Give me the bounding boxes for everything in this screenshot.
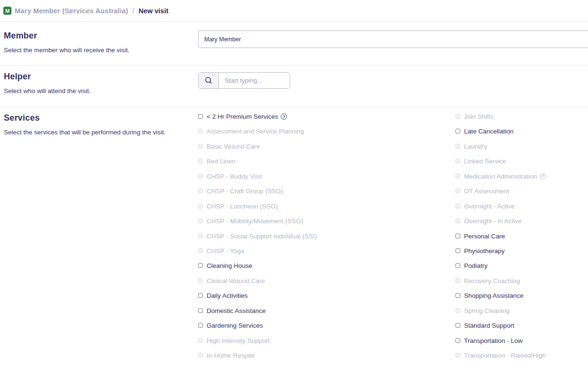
service-checkbox [455, 144, 460, 149]
service-row[interactable]: Daily Activities [198, 292, 455, 307]
service-row: Overnight - Active [455, 203, 588, 218]
service-checkbox[interactable] [455, 263, 460, 268]
service-row: Join Shifts [455, 113, 588, 128]
service-row: CHSP - Luncheon (SSG) [198, 203, 455, 218]
search-button[interactable] [199, 73, 219, 88]
service-row[interactable]: < 2 Hr Premium Services ? [198, 113, 455, 128]
service-row: Bed Linen [198, 158, 455, 172]
service-row[interactable]: Shopping Assistance [455, 292, 588, 307]
service-row[interactable]: Podiatry [455, 262, 588, 277]
service-label: Cleaning House [207, 262, 252, 269]
service-checkbox [198, 159, 203, 163]
service-row[interactable]: Domestic Assistance [198, 307, 455, 322]
service-label: Transportation - Raised/High [464, 352, 546, 359]
service-label: Medication Administration [464, 173, 537, 180]
service-label: CHSP - Yoga [207, 247, 244, 255]
member-section-title: Member [4, 31, 37, 41]
service-label: < 2 Hr Premium Services [207, 113, 278, 120]
service-label: Linked Service [464, 158, 506, 165]
service-checkbox[interactable] [455, 234, 460, 238]
service-checkbox [455, 353, 460, 358]
service-row: Assessment and Service Planning [198, 128, 455, 142]
service-row: Basic Wound Care [198, 143, 455, 158]
service-row[interactable]: Personal Care [455, 233, 588, 247]
service-checkbox[interactable] [455, 338, 460, 343]
service-row[interactable]: Gardening Services [198, 322, 455, 337]
service-row: Medication Administration ? [455, 173, 588, 188]
service-checkbox [455, 278, 460, 283]
service-checkbox[interactable] [455, 248, 460, 253]
service-row: OT Assessment [455, 188, 588, 202]
helper-section-title: Helper [4, 72, 31, 82]
help-icon[interactable]: ? [281, 114, 287, 120]
service-label: Standard Support [464, 322, 514, 329]
service-row: CHSP - Buddy Visit [198, 173, 455, 188]
breadcrumb-member-link[interactable]: Mary Member (Services Australia) [15, 7, 128, 15]
service-label: High Intensity Support [207, 337, 270, 344]
service-label: Personal Care [464, 233, 505, 240]
service-row[interactable]: Late Cancellation [455, 128, 588, 142]
service-checkbox [455, 114, 460, 119]
page-title: New visit [139, 7, 169, 15]
service-checkbox [198, 204, 203, 208]
help-icon[interactable]: ? [540, 173, 546, 180]
service-row[interactable]: Physiotherapy [455, 247, 588, 262]
service-checkbox [198, 174, 203, 179]
service-label: Physiotherapy [464, 247, 505, 255]
helper-services-divider [0, 107, 588, 107]
service-label: CHSP - Mobility/Movement (SSG) [207, 218, 303, 225]
service-label: Late Cancellation [464, 128, 513, 135]
service-row: Spring Cleaning [455, 307, 588, 322]
service-label: Laundry [464, 143, 487, 150]
service-checkbox[interactable] [455, 323, 460, 328]
service-label: Recovery Coaching [464, 277, 520, 284]
service-checkbox [198, 248, 203, 253]
service-row[interactable]: Cleaning House [198, 262, 455, 277]
service-checkbox[interactable] [198, 323, 203, 328]
service-row: Overnight - In Active [455, 218, 588, 232]
breadcrumb-separator: / [133, 7, 134, 15]
service-checkbox [455, 189, 460, 193]
helper-search-input[interactable] [219, 73, 290, 88]
service-label: Clinical Wound Care [207, 277, 265, 284]
service-checkbox[interactable] [198, 308, 203, 313]
service-row: CHSP - Social Support Individual (SSI) [198, 233, 455, 247]
helper-search [198, 72, 290, 89]
service-label: CHSP - Social Support Individual (SSI) [207, 233, 317, 240]
service-row: Laundry [455, 143, 588, 158]
service-row[interactable]: Transportation - Low [455, 337, 588, 352]
service-checkbox[interactable] [198, 263, 203, 268]
service-row: Linked Service [455, 158, 588, 172]
service-row: Clinical Wound Care [198, 277, 455, 292]
service-row: CHSP - Mobility/Movement (SSG) [198, 218, 455, 232]
service-checkbox [198, 353, 203, 358]
service-checkbox[interactable] [198, 114, 203, 119]
services-section-title: Services [4, 113, 40, 123]
member-section-description: Select the member who will receive the v… [4, 47, 130, 54]
service-row: CHSP - Craft Group (SSG) [198, 188, 455, 202]
member-input[interactable] [198, 30, 588, 48]
service-label: Podiatry [464, 262, 488, 269]
service-label: Assessment and Service Planning [207, 128, 304, 135]
service-checkbox [455, 159, 460, 163]
service-checkbox[interactable] [455, 129, 460, 133]
service-checkbox [198, 144, 203, 149]
service-row: High Intensity Support [198, 337, 455, 352]
service-checkbox [198, 189, 203, 193]
services-column-right: Join Shifts Late Cancellation Laundry Li… [455, 113, 588, 367]
service-row: Recovery Coaching [455, 277, 588, 292]
service-row: CHSP - Yoga [198, 247, 455, 262]
service-label: CHSP - Craft Group (SSG) [207, 188, 283, 195]
new-visit-page: M Mary Member (Services Australia) / New… [0, 0, 588, 369]
service-label: Overnight - In Active [464, 218, 522, 225]
service-checkbox[interactable] [455, 293, 460, 298]
service-checkbox [455, 308, 460, 313]
helper-section-description: Select who will attend the visit. [4, 87, 91, 95]
service-label: Gardening Services [207, 322, 263, 329]
service-row[interactable]: Standard Support [455, 322, 588, 337]
service-checkbox [198, 218, 203, 223]
service-checkbox[interactable] [198, 293, 203, 298]
service-checkbox [198, 234, 203, 238]
breadcrumb: M Mary Member (Services Australia) / New… [0, 0, 588, 21]
service-label: Spring Cleaning [464, 307, 510, 314]
